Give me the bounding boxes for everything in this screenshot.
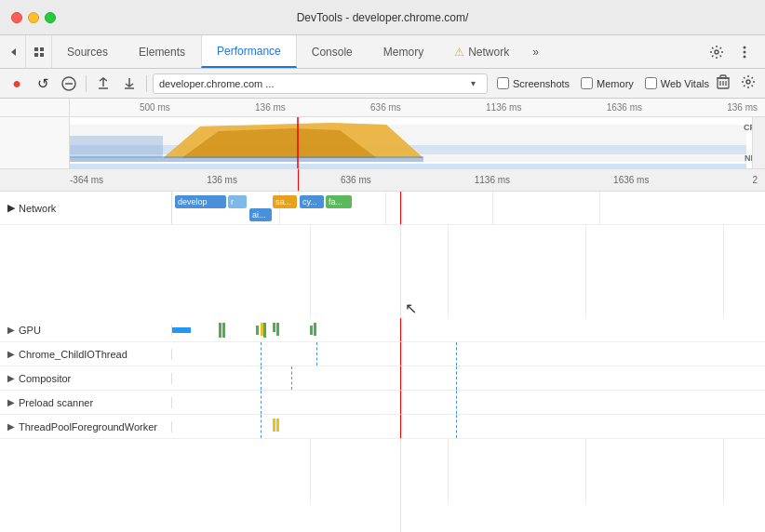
net-req-5: fa... [326, 195, 352, 208]
gpu-bar-1 [219, 323, 221, 338]
net-req-0: develop [175, 195, 226, 208]
tp-dashed-1 [261, 415, 262, 438]
tab-memory[interactable]: Memory [369, 35, 439, 68]
webvitals-checkbox[interactable]: Web Vitals [645, 77, 709, 89]
download-button[interactable] [118, 73, 141, 95]
gpu-bar-7 [276, 323, 279, 336]
tab-more-button[interactable]: » [525, 35, 546, 68]
gpu-label: ▶ GPU [0, 325, 172, 336]
tl-label-5: 2 [752, 175, 758, 185]
compositor-expand[interactable]: ▶ [7, 373, 15, 383]
ruler-label-3: 1136 ms [486, 102, 521, 113]
capture-settings-button[interactable] [737, 74, 759, 92]
ruler-label-5: 136 ms [727, 102, 758, 113]
net-req-4: cy... [300, 195, 324, 208]
tab-network[interactable]: ⚠ Network [439, 35, 525, 68]
gpu-bar-9 [314, 323, 316, 336]
svg-rect-25 [70, 164, 746, 168]
toolbar-separator-1 [86, 75, 87, 92]
child-io-expand[interactable]: ▶ [7, 349, 15, 359]
network-warning-icon: ⚠ [454, 46, 464, 59]
tab-nav-panel[interactable] [26, 35, 52, 68]
gpu-row: ▶ GPU [0, 318, 765, 342]
gpu-content [172, 318, 765, 341]
svg-point-7 [744, 50, 746, 53]
network-expand-arrow[interactable]: ▶ [7, 202, 15, 214]
network-cursor [400, 192, 401, 224]
timeline-ruler-row: -364 ms 136 ms 636 ms 1136 ms 1636 ms 2 [0, 169, 765, 192]
reload-button[interactable]: ↺ [32, 73, 54, 95]
cpu-net-chart: CPU NET [0, 117, 765, 169]
tab-bar: Sources Elements Performance Console Mem… [0, 35, 765, 69]
dashed-4 [456, 342, 457, 366]
preload-dashed-3 [456, 391, 457, 414]
toolbar: ● ↺ developer.chrome.com ... ▾ Screensho… [0, 69, 765, 99]
cursor-icon: ↖ [405, 299, 417, 317]
blank-area: ↖ [0, 225, 765, 318]
preload-expand[interactable]: ▶ [7, 397, 15, 407]
maximize-button[interactable] [45, 12, 56, 23]
svg-point-6 [744, 46, 746, 48]
record-button[interactable]: ● [6, 73, 28, 95]
ruler-label-1: 136 ms [255, 102, 286, 113]
tab-console[interactable]: Console [297, 35, 369, 68]
net-req-3: sa... [273, 195, 297, 208]
tab-performance[interactable]: Performance [201, 35, 297, 68]
tl-label-4: 1636 ms [613, 175, 649, 185]
tab-elements[interactable]: Elements [124, 35, 201, 68]
gpu-bar-2 [222, 323, 225, 338]
url-bar: developer.chrome.com ... ▾ [153, 73, 488, 94]
gpu-expand[interactable]: ▶ [7, 325, 15, 335]
svg-point-8 [744, 55, 746, 58]
titlebar: DevTools - developer.chrome.com/ [0, 0, 765, 35]
tick-line-3 [492, 192, 493, 224]
child-io-label: ▶ Chrome_ChildIOThread [0, 349, 172, 360]
threadpool-cursor [400, 415, 401, 438]
trash-button[interactable] [713, 74, 733, 92]
child-io-content [172, 342, 765, 366]
tab-nav-back[interactable] [0, 35, 26, 68]
memory-checkbox[interactable]: Memory [581, 77, 634, 89]
timeline-ruler: 500 ms 136 ms 636 ms 1136 ms 1636 ms 136… [0, 99, 765, 117]
gpu-bar-3 [256, 326, 259, 335]
compositor-label: ▶ Compositor [0, 373, 172, 384]
svg-rect-22 [70, 136, 163, 158]
tp-dashed-3 [456, 415, 457, 438]
close-button[interactable] [11, 12, 22, 23]
svg-marker-0 [11, 48, 16, 56]
tab-sources[interactable]: Sources [52, 35, 124, 68]
url-dropdown-button[interactable]: ▾ [466, 76, 481, 91]
gpu-bar-8 [310, 326, 313, 335]
svg-point-5 [715, 50, 718, 54]
clear-button[interactable] [58, 73, 80, 95]
gpu-bar-5 [263, 323, 266, 338]
gpu-bar-bg [172, 327, 191, 333]
more-options-icon[interactable] [733, 41, 756, 63]
gpu-cursor [400, 318, 401, 341]
svg-rect-1 [34, 47, 38, 51]
dashed-2 [316, 342, 317, 366]
ruler-label-2: 636 ms [370, 102, 401, 113]
window-title: DevTools - developer.chrome.com/ [297, 11, 469, 24]
settings-icon[interactable] [705, 41, 728, 63]
comp-dashed-4 [456, 366, 457, 390]
tick-line-4 [599, 192, 600, 224]
upload-button[interactable] [92, 73, 114, 95]
main-content: 500 ms 136 ms 636 ms 1136 ms 1636 ms 136… [0, 99, 765, 532]
minimize-button[interactable] [28, 12, 39, 23]
scrollbar[interactable] [752, 117, 765, 168]
screenshots-checkbox[interactable]: Screenshots [497, 77, 570, 89]
comp-dashed-2 [291, 366, 292, 390]
network-content: develop r ai... sa... cy... fa... [172, 192, 765, 224]
threadpool-expand[interactable]: ▶ [7, 421, 15, 432]
cpu-chart-svg [70, 117, 746, 168]
threadpool-label: ▶ ThreadPoolForegroundWorker [0, 421, 172, 432]
tl-label-3: 1136 ms [475, 175, 510, 185]
tp-bar-2 [276, 419, 279, 432]
compositor-cursor [400, 366, 401, 390]
tab-gear-area [696, 35, 765, 68]
child-io-row: ▶ Chrome_ChildIOThread [0, 342, 765, 366]
preload-row: ▶ Preload scanner [0, 391, 765, 415]
tl-label-0: -364 ms [70, 175, 103, 185]
threadpool-content [172, 415, 765, 438]
